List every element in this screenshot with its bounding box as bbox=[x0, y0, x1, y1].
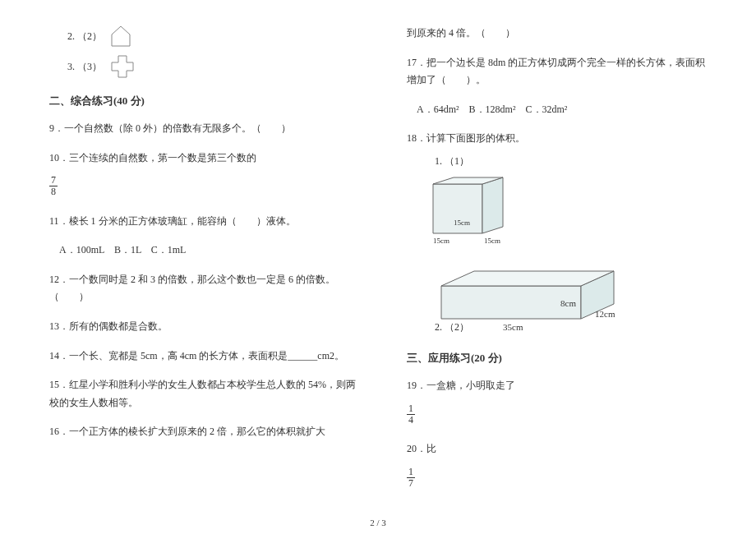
fig1-label-bottom: 15cm bbox=[433, 237, 449, 245]
house-shape-icon bbox=[110, 25, 131, 48]
q16: 16．一个正方体的棱长扩大到原来的 2 倍，那么它的体积就扩大 bbox=[49, 423, 357, 441]
q20: 20．比 bbox=[407, 440, 715, 458]
q13: 13．所有的偶数都是合数。 bbox=[49, 318, 357, 336]
right-column: 到原来的 4 倍。（ ） 17．把一个边长是 8dm 的正方体切成两个完全一样的… bbox=[407, 25, 715, 504]
section3-title: 三、应用练习(20 分) bbox=[407, 351, 715, 366]
fig1-label-side: 15cm bbox=[454, 219, 470, 227]
svg-marker-0 bbox=[112, 26, 130, 46]
q19-fraction: 1 4 bbox=[407, 400, 715, 429]
q11: 11．棱长 1 分米的正方体玻璃缸，能容纳（ ）液体。 bbox=[49, 213, 357, 231]
q11-options: A．100mL B．1L C．1mL bbox=[49, 242, 357, 260]
q15: 15．红星小学和胜利小学的女生人数都占本校学生总人数的 54%，则两校的女生人数… bbox=[49, 376, 357, 412]
fig2-label-12cm: 12cm bbox=[595, 309, 615, 319]
fraction-1-7: 1 7 bbox=[407, 467, 415, 489]
q16-cont: 到原来的 4 倍。（ ） bbox=[407, 25, 715, 43]
fig2-label-35cm: 35cm bbox=[503, 322, 523, 332]
figure1-wrap: 15cm 15cm 15cm bbox=[407, 176, 715, 258]
q14: 14．一个长、宽都是 5cm，高 4cm 的长方体，表面积是______cm2。 bbox=[49, 348, 357, 366]
left-column: 2. （2） 3. （3） 二、综合练习(40 分) 9．一个自然数（除 0 外… bbox=[49, 25, 357, 504]
cross-shape-icon bbox=[110, 54, 135, 79]
page-footer: 2 / 3 bbox=[0, 518, 756, 527]
svg-marker-3 bbox=[482, 177, 503, 233]
q18-1-prefix: 1. （1） bbox=[407, 153, 715, 171]
q3-row: 3. （3） bbox=[49, 54, 357, 79]
q3-prefix: 3. （3） bbox=[67, 60, 102, 74]
q9: 9．一个自然数（除 0 外）的倍数有无限多个。（ ） bbox=[49, 120, 357, 138]
fraction-1-4: 1 4 bbox=[407, 403, 415, 426]
q18-2-prefix: 2. （2） bbox=[407, 319, 715, 337]
q17-options: A．64dm² B．128dm² C．32dm² bbox=[407, 101, 715, 119]
q10: 10．三个连续的自然数，第一个数是第三个数的 bbox=[49, 150, 357, 168]
q12: 12．一个数同时是 2 和 3 的倍数，那么这个数也一定是 6 的倍数。（ ） bbox=[49, 271, 357, 306]
q20-fraction: 1 7 bbox=[407, 463, 715, 492]
svg-marker-1 bbox=[112, 56, 133, 77]
q17: 17．把一个边长是 8dm 的正方体切成两个完全一样的长方体，表面积增加了（ ）… bbox=[407, 54, 715, 90]
fraction-7-8: 7 8 bbox=[49, 175, 58, 197]
fig2-label-8cm: 8cm bbox=[560, 298, 576, 308]
q2-prefix: 2. （2） bbox=[67, 30, 102, 44]
q18: 18．计算下面图形的体积。 bbox=[407, 130, 715, 148]
fig1-label-depth: 15cm bbox=[484, 237, 500, 245]
q19: 19．一盒糖，小明取走了 bbox=[407, 377, 715, 395]
q10-fraction: 7 8 bbox=[49, 172, 357, 200]
section2-title: 二、综合练习(40 分) bbox=[49, 94, 357, 108]
page: 2. （2） 3. （3） 二、综合练习(40 分) 9．一个自然数（除 0 外… bbox=[0, 0, 756, 520]
q2-row: 2. （2） bbox=[49, 25, 357, 48]
cuboid-figure-1: 15cm 15cm 15cm bbox=[425, 176, 532, 258]
